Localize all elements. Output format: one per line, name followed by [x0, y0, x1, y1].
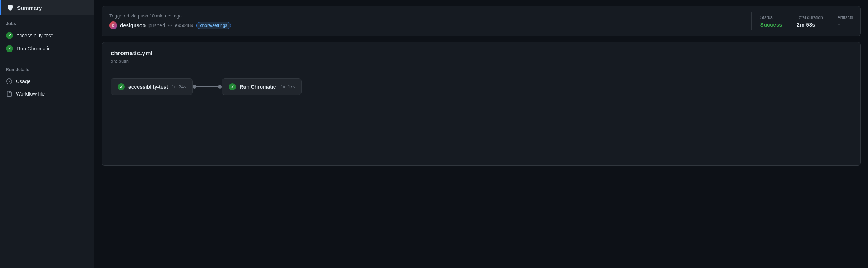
- trigger-divider: [751, 12, 752, 30]
- trigger-meta-group: Status Success Total duration 2m 58s Art…: [760, 15, 853, 28]
- artifacts-label: Artifacts: [838, 15, 853, 20]
- success-icon-accessiblity: [6, 32, 13, 39]
- trigger-status: Status Success: [760, 15, 782, 28]
- artifacts-value: –: [838, 21, 853, 28]
- connector-dot-right: [218, 85, 222, 89]
- workflow-graph: accessiblity-test 1m 24s Run Chromatic 1…: [111, 78, 852, 95]
- sidebar-job-accessiblity-test[interactable]: accessiblity-test: [0, 29, 94, 42]
- sidebar-job-run-chromatic[interactable]: Run Chromatic: [0, 42, 94, 55]
- avatar: d: [109, 21, 117, 29]
- workflow-on: on: push: [111, 58, 852, 64]
- commit-author: designsoo: [120, 23, 146, 28]
- job-connector: [193, 85, 222, 89]
- main-content: Triggered via push 10 minutes ago d desi…: [94, 0, 868, 268]
- sidebar: Summary Jobs accessiblity-test Run Chrom…: [0, 0, 94, 268]
- trigger-commit-row: d designsoo pushed ⊙ e95d489 chore/setti…: [109, 21, 742, 29]
- workflow-card: chromatic.yml on: push accessiblity-test…: [102, 42, 861, 166]
- branch-badge[interactable]: chore/settings: [196, 22, 232, 29]
- status-label: Status: [760, 15, 782, 20]
- connector-dot-left: [193, 85, 196, 89]
- pushed-label: pushed: [148, 23, 165, 28]
- job-node-accessiblity-test[interactable]: accessiblity-test 1m 24s: [111, 78, 193, 95]
- success-icon-chromatic: [6, 45, 13, 52]
- sidebar-workflow-file-label: Workflow file: [16, 91, 45, 97]
- sidebar-usage-item[interactable]: Usage: [0, 75, 94, 88]
- sidebar-job-label-chromatic: Run Chromatic: [17, 46, 50, 52]
- commit-hash: e95d489: [175, 23, 193, 28]
- connector-line: [196, 86, 218, 87]
- duration-value: 2m 58s: [797, 21, 823, 28]
- trigger-artifacts: Artifacts –: [838, 15, 853, 28]
- sidebar-usage-label: Usage: [16, 78, 30, 84]
- job2-duration: 1m 17s: [281, 84, 295, 89]
- workflow-file-icon: [6, 90, 12, 97]
- job2-success-icon: [229, 83, 236, 90]
- run-details-section-label: Run details: [0, 61, 94, 75]
- duration-label: Total duration: [797, 15, 823, 20]
- commit-hash-icon: ⊙: [168, 23, 172, 28]
- home-icon: [7, 4, 13, 11]
- sidebar-summary-item[interactable]: Summary: [0, 0, 94, 15]
- jobs-section-label: Jobs: [0, 15, 94, 29]
- clock-icon: [6, 78, 12, 85]
- trigger-card: Triggered via push 10 minutes ago d desi…: [102, 6, 861, 36]
- trigger-duration: Total duration 2m 58s: [797, 15, 823, 28]
- workflow-filename: chromatic.yml: [111, 50, 852, 57]
- sidebar-summary-label: Summary: [17, 5, 42, 11]
- sidebar-workflow-file-item[interactable]: Workflow file: [0, 88, 94, 100]
- job-node-run-chromatic[interactable]: Run Chromatic 1m 17s: [222, 78, 302, 95]
- status-value: Success: [760, 21, 782, 28]
- job1-duration: 1m 24s: [172, 84, 186, 89]
- job1-label: accessiblity-test: [128, 84, 168, 90]
- trigger-time: Triggered via push 10 minutes ago: [109, 13, 742, 19]
- job2-label: Run Chromatic: [239, 84, 277, 90]
- trigger-info: Triggered via push 10 minutes ago d desi…: [109, 13, 742, 29]
- sidebar-divider: [6, 58, 88, 58]
- job1-success-icon: [118, 83, 125, 90]
- sidebar-job-label-accessiblity: accessiblity-test: [17, 33, 53, 38]
